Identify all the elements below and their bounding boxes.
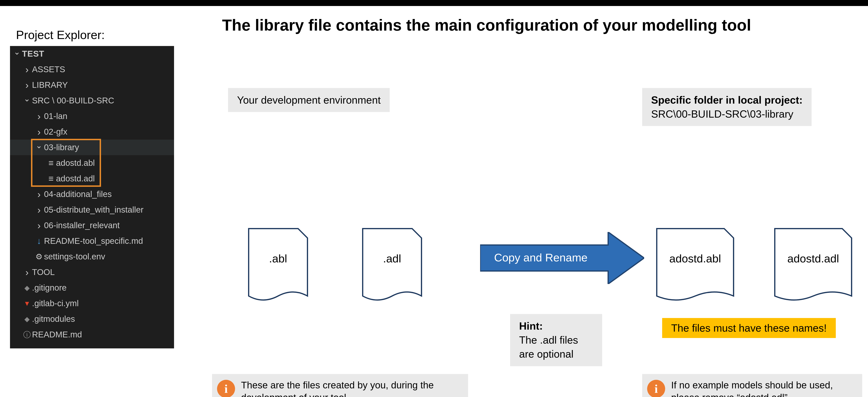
tree-item-gitmodules[interactable]: .gitmodules [10,311,174,327]
tree-item-gitignore[interactable]: .gitignore [10,280,174,296]
specific-folder-path: SRC\00-BUILD-SRC\03-library [651,107,803,121]
chevron-right-icon [34,205,44,215]
tree-label: 03-library [44,143,79,152]
tree-item-root[interactable]: TEST [10,46,174,62]
gitlab-icon [22,300,32,307]
tree-item-adostd-abl[interactable]: adostd.abl [10,155,174,171]
tree-label: README.md [32,330,82,339]
file-label: .abl [248,252,308,265]
hint-heading: Hint: [519,319,593,333]
tree-label: adostd.adl [56,174,95,183]
chevron-right-icon [34,111,44,122]
specific-folder-box: Specific folder in local project: SRC\00… [642,88,812,126]
chevron-right-icon [34,126,44,138]
hint-body: The .adl files are optional [519,333,593,361]
chevron-right-icon [34,220,44,231]
file-label: .adl [362,252,422,265]
tree-item-assets[interactable]: ASSETS [10,62,174,77]
names-warning-text: The files must have these names! [671,322,827,334]
file-icon [46,158,56,168]
chevron-down-icon [22,96,32,105]
dev-env-label-box: Your development environment [228,88,390,112]
info-right-text: If no example models should be used, ple… [671,379,854,397]
tree-item-readme-tool[interactable]: README-tool_specific.md [10,233,174,249]
file-icon-shape [248,228,308,302]
slide: The library file contains the main confi… [0,0,868,397]
info-left-box: i These are the files created by you, du… [212,374,468,397]
tree-label: ASSETS [32,65,65,74]
hint-box: Hint: The .adl files are optional [510,314,602,366]
tree-item-04-additional[interactable]: 04-additional_files [10,186,174,202]
chevron-right-icon [22,64,32,75]
top-black-bar [0,0,868,6]
file-shape-dst-adl: adostd.adl [774,228,852,302]
info-icon: i [22,331,32,338]
file-icon-shape [656,228,734,302]
gear-icon [34,252,44,261]
tree-label: 05-distribute_with_installer [44,205,144,215]
tree-item-library[interactable]: LIBRARY [10,77,174,93]
tree-label: README-tool_specific.md [44,236,143,246]
tree-label: settings-tool.env [44,252,105,262]
tree-item-build-src[interactable]: SRC \ 00-BUILD-SRC [10,93,174,109]
file-label: adostd.abl [656,252,734,265]
tree-item-02-gfx[interactable]: 02-gfx [10,124,174,140]
git-icon [22,315,32,323]
tree-item-readme[interactable]: i README.md [10,327,174,342]
info-left-text: These are the files created by you, duri… [241,379,460,397]
dev-env-label: Your development environment [237,94,381,106]
tree-item-01-lan[interactable]: 01-lan [10,109,174,124]
tree-item-adostd-adl[interactable]: adostd.adl [10,171,174,186]
tree-label: adostd.abl [56,158,95,168]
tree-label: 04-additional_files [44,189,112,199]
specific-folder-heading: Specific folder in local project: [651,93,803,107]
chevron-right-icon [22,80,32,91]
tree-label: TEST [22,49,44,59]
markdown-icon [34,236,44,246]
chevron-down-icon [12,49,22,58]
tree-label: SRC \ 00-BUILD-SRC [32,96,114,105]
tree-label: .gitlab-ci.yml [32,299,79,308]
project-explorer-label: Project Explorer: [16,28,105,42]
tree-label: .gitmodules [32,314,75,324]
tree-label: 02-gfx [44,127,67,136]
chevron-right-icon [22,267,32,278]
tree-label: 01-lan [44,112,67,121]
info-icon: i [647,380,665,397]
file-shape-src-adl: .adl [362,228,422,302]
project-explorer-panel: TEST ASSETS LIBRARY SRC \ 00-BUILD-SRC 0… [10,46,174,348]
names-warning-box: The files must have these names! [662,318,836,338]
file-shape-dst-abl: adostd.abl [656,228,734,302]
slide-title: The library file contains the main confi… [222,16,751,34]
tree-label: TOOL [32,267,55,277]
tree-item-settings-env[interactable]: settings-tool.env [10,249,174,265]
chevron-down-icon [34,143,44,152]
tree-item-gitlab-ci[interactable]: .gitlab-ci.yml [10,296,174,311]
tree-item-05-distribute[interactable]: 05-distribute_with_installer [10,202,174,218]
tree-label: .gitignore [32,283,67,293]
info-right-box: i If no example models should be used, p… [642,374,862,397]
info-icon: i [217,380,235,397]
chevron-right-icon [34,189,44,200]
file-icon [46,174,56,184]
tree-item-06-installer[interactable]: 06-installer_relevant [10,218,174,233]
tree-label: LIBRARY [32,80,68,90]
file-icon-shape [362,228,422,302]
file-icon-shape [774,228,852,302]
arrow-label: Copy and Rename [494,251,588,264]
file-shape-src-abl: .abl [248,228,308,302]
tree-item-03-library[interactable]: 03-library [10,140,174,155]
tree-label: 06-installer_relevant [44,221,120,230]
file-label: adostd.adl [774,252,852,265]
tree-item-tool[interactable]: TOOL [10,265,174,280]
git-icon [22,284,32,292]
